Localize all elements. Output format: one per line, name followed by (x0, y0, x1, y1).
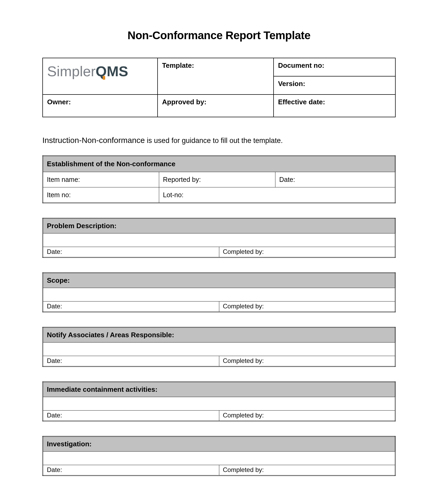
investigation-heading: Investigation: (43, 436, 395, 452)
investigation-body (43, 452, 395, 465)
notify-date-field: Date: (43, 356, 219, 367)
header-table: SimplerQMS Template: Document no: Versio… (42, 58, 396, 117)
item-name-field: Item name: (43, 172, 159, 187)
containment-heading: Immediate containment activities: (43, 382, 395, 397)
notify-completed-field: Completed by: (219, 356, 395, 367)
investigation-table: Investigation: Date: Completed by: (42, 436, 396, 476)
approved-by-field: Approved by: (158, 94, 274, 117)
effective-date-field: Effective date: (274, 94, 395, 117)
notify-heading: Notify Associates / Areas Responsible: (43, 327, 395, 343)
logo-cell: SimplerQMS (43, 58, 158, 94)
problem-completed-field: Completed by: (219, 247, 395, 258)
notify-table: Notify Associates / Areas Responsible: D… (42, 327, 396, 367)
scope-body (43, 288, 395, 302)
instruction-text: Instruction-Non-conformance is used for … (42, 136, 396, 145)
scope-table: Scope: Date: Completed by: (42, 272, 396, 312)
containment-body (43, 397, 395, 411)
establishment-heading: Establishment of the Non-conformance (43, 156, 395, 172)
version-field: Version: (274, 76, 395, 94)
scope-date-field: Date: (43, 302, 219, 312)
scope-completed-field: Completed by: (219, 302, 395, 312)
reported-by-field: Reported by: (159, 172, 275, 187)
establishment-table: Establishment of the Non-conformance Ite… (42, 155, 396, 203)
investigation-date-field: Date: (43, 465, 219, 476)
logo-text-q: Q (96, 63, 107, 79)
page: Non-Conformance Report Template SimplerQ… (0, 0, 438, 504)
page-title: Non-Conformance Report Template (42, 29, 396, 42)
establishment-date-field: Date: (275, 172, 395, 187)
containment-completed-field: Completed by: (219, 411, 395, 421)
logo-text-ms: MS (107, 63, 128, 79)
logo: SimplerQMS (47, 63, 128, 79)
investigation-completed-field: Completed by: (219, 465, 395, 476)
instruction-lead: Instruction-Non-conformance (42, 136, 145, 145)
problem-description-heading: Problem Description: (43, 218, 395, 233)
notify-body (43, 343, 395, 356)
problem-description-body (43, 233, 395, 247)
document-no-field: Document no: (274, 58, 395, 76)
owner-field: Owner: (43, 94, 158, 117)
containment-date-field: Date: (43, 411, 219, 421)
lot-no-field: Lot-no: (159, 187, 395, 203)
template-field: Template: (158, 58, 274, 94)
scope-heading: Scope: (43, 273, 395, 288)
instruction-rest: is used for guidance to fill out the tem… (145, 137, 283, 145)
item-no-field: Item no: (43, 187, 159, 203)
problem-date-field: Date: (43, 247, 219, 258)
logo-text-simpler: Simpler (47, 63, 96, 79)
problem-description-table: Problem Description: Date: Completed by: (42, 218, 396, 258)
containment-table: Immediate containment activities: Date: … (42, 381, 396, 421)
